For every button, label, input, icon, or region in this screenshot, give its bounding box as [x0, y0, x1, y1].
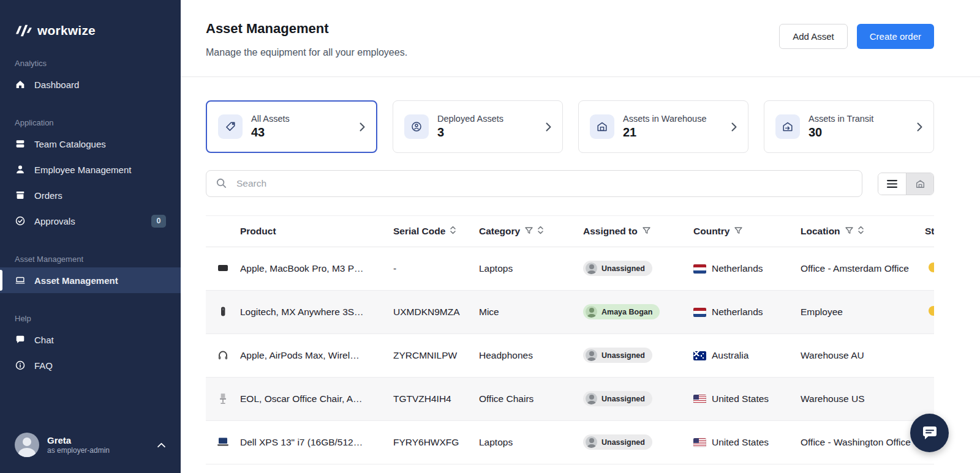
sidebar-item-label: Orders — [34, 190, 62, 201]
stat-card-assets-in-warehouse[interactable]: Assets in Warehouse 21 — [578, 100, 748, 153]
table-row[interactable]: Logitech, MX Anywhere 3S… UXMDKN9MZA Mic… — [206, 291, 934, 334]
assignee-avatar — [586, 436, 597, 448]
filter-icon[interactable] — [734, 226, 742, 237]
sidebar-item-faq[interactable]: FAQ — [0, 352, 181, 378]
user-menu[interactable]: Greta as employer-admin — [0, 426, 181, 463]
stat-card-assets-in-transit[interactable]: Assets in Transit 30 — [764, 100, 934, 153]
avatar — [15, 433, 39, 457]
sidebar-item-orders[interactable]: Orders — [0, 182, 181, 208]
col-country[interactable]: Country — [693, 216, 801, 247]
list-view-button[interactable] — [878, 173, 906, 195]
sidebar: workwize Analytics Dashboard Application… — [0, 0, 181, 473]
chat-bubble-icon — [921, 425, 938, 441]
workwize-logo-icon — [15, 24, 32, 37]
sidebar-item-employee-management[interactable]: Employee Management — [0, 157, 181, 182]
col-label: Location — [801, 226, 840, 237]
product-thumbnail — [216, 434, 230, 449]
category: Laptops — [479, 437, 513, 447]
sidebar-item-label: Chat — [34, 335, 54, 345]
assets-table: Product Serial Code Category Assigned to — [206, 215, 934, 464]
sort-icon[interactable] — [858, 226, 864, 237]
filter-icon[interactable] — [525, 226, 533, 237]
user-name: Greta — [47, 435, 110, 447]
col-label: Category — [479, 226, 520, 237]
chevron-up-icon — [157, 439, 166, 450]
stat-card-all-assets[interactable]: All Assets 43 — [206, 100, 377, 153]
warehouse-small-icon — [915, 179, 925, 188]
assignee-name: Amaya Bogan — [601, 308, 652, 316]
sidebar-item-label: Approvals — [34, 216, 75, 226]
sort-icon[interactable] — [538, 226, 543, 237]
filter-icon[interactable] — [845, 226, 853, 237]
assignee-avatar — [586, 306, 597, 318]
table-row[interactable]: Apple, MacBook Pro, M3 P… - Laptops Unas… — [206, 247, 934, 291]
col-assigned-to[interactable]: Assigned to — [583, 216, 693, 247]
stat-value: 30 — [809, 125, 873, 140]
sidebar-item-dashboard[interactable]: Dashboard — [0, 72, 181, 97]
sort-icon[interactable] — [450, 226, 456, 237]
home-icon — [15, 79, 26, 90]
category: Office Chairs — [479, 393, 533, 404]
stat-label: Assets in Warehouse — [623, 114, 706, 124]
sidebar-item-asset-management[interactable]: Asset Management — [0, 267, 181, 293]
add-asset-button[interactable]: Add Asset — [779, 24, 848, 49]
assignee-name: Unassigned — [601, 351, 645, 360]
col-location[interactable]: Location — [801, 216, 914, 247]
stat-label: Deployed Assets — [437, 114, 503, 124]
country-name: Australia — [712, 350, 748, 361]
table-row[interactable]: EOL, Oscar Office Chair, A… TGTVZH4IH4 O… — [206, 378, 934, 421]
chevron-right-icon — [546, 122, 551, 132]
col-label: Country — [693, 226, 729, 237]
col-product: Product — [240, 216, 393, 247]
content-area: All Assets 43 Deployed Assets 3 — [181, 77, 980, 464]
stat-value: 43 — [251, 125, 290, 140]
serial-code: - — [393, 263, 396, 274]
product-name: Apple, AirPods Max, Wirel… — [240, 350, 360, 360]
warehouse-view-button[interactable] — [906, 173, 933, 195]
stat-card-deployed-assets[interactable]: Deployed Assets 3 — [393, 100, 563, 153]
location: Office - Washington Office — [801, 437, 911, 447]
create-order-button[interactable]: Create order — [857, 24, 934, 49]
serial-code: FYRY6HWXFG — [393, 437, 459, 447]
sidebar-item-label: FAQ — [34, 360, 53, 371]
page-subtitle: Manage the equipment for all your employ… — [206, 47, 407, 58]
chevron-right-icon — [360, 122, 365, 132]
location: Employee — [801, 307, 843, 317]
view-toggle — [878, 173, 934, 195]
stat-cards: All Assets 43 Deployed Assets 3 — [206, 100, 934, 153]
sidebar-item-label: Dashboard — [34, 80, 79, 90]
product-thumbnail — [216, 261, 230, 275]
table-row[interactable]: Apple, AirPods Max, Wirel… ZYRCMNILPW He… — [206, 334, 934, 378]
col-label: Status — [925, 226, 934, 237]
sidebar-item-chat[interactable]: Chat — [0, 327, 181, 352]
product-name: Logitech, MX Anywhere 3S… — [240, 307, 364, 317]
info-icon — [15, 360, 26, 371]
serial-code: TGTVZH4IH4 — [393, 393, 451, 404]
chat-launcher-button[interactable] — [910, 414, 949, 452]
assignee-name: Unassigned — [601, 395, 645, 403]
col-status[interactable]: Status — [914, 216, 934, 247]
sidebar-section-asset-management: Asset Management — [0, 255, 181, 264]
country-flag — [693, 438, 706, 447]
col-label: Assigned to — [583, 226, 638, 237]
chevron-right-icon — [731, 122, 737, 132]
search-input[interactable] — [206, 170, 862, 197]
approvals-count-badge: 0 — [151, 215, 166, 228]
sidebar-item-approvals[interactable]: Approvals 0 — [0, 208, 181, 234]
country-name: United States — [712, 437, 769, 448]
assignee-avatar — [586, 263, 597, 274]
col-category[interactable]: Category — [479, 216, 583, 247]
country-flag — [693, 395, 706, 404]
col-serial-code[interactable]: Serial Code — [393, 216, 479, 247]
assignee-pill: Unassigned — [583, 348, 652, 363]
approvals-check-icon — [15, 215, 26, 226]
category: Mice — [479, 307, 499, 317]
country-name: Netherlands — [712, 263, 763, 274]
person-icon — [15, 164, 26, 175]
catalogues-icon — [15, 138, 26, 149]
table-row[interactable]: Dell XPS 13" i7 (16GB/512… FYRY6HWXFG La… — [206, 421, 934, 464]
sidebar-item-team-catalogues[interactable]: Team Catalogues — [0, 131, 181, 157]
category: Headphones — [479, 350, 533, 360]
filter-icon[interactable] — [643, 226, 650, 237]
assignee-pill: Unassigned — [583, 434, 652, 450]
